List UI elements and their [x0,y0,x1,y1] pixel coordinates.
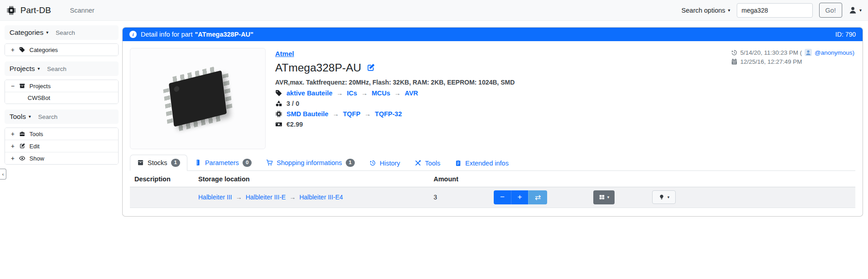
tools-dropdown[interactable]: Tools ▾ [10,113,31,121]
tools-title: Tools [10,113,26,121]
column-header-storage-location: Storage location [198,175,434,183]
last-edited-value: 5/14/20, 11:30:23 PM ( [740,49,802,56]
caret-down-icon: ▾ [29,114,31,119]
stock-adjust-button-group: − + ⇄ [494,190,547,204]
sidebar: Categories ▾ + Categories Projects ▾ − [5,25,119,170]
tab-badge: 1 [346,159,355,167]
tab-badge: 0 [243,159,252,167]
clock-rotate-left-icon [731,49,738,56]
stock-summary-line: 3 / 0 [275,100,731,107]
footprint-link[interactable]: SMD Bauteile [286,110,329,118]
search-options-label: Search options [682,7,725,14]
tab-shopping-informations[interactable]: Shopping informations 1 [259,155,362,171]
tree-item-label: Categories [29,47,58,53]
eye-icon [19,155,25,161]
part-description: AVR,max. Taktfrequenz: 20MHz, Flash: 32K… [275,79,731,86]
caret-down-icon: ▾ [38,66,40,71]
expand-icon[interactable]: + [10,142,15,150]
category-link[interactable]: aktive Bauteile [286,90,333,97]
label-dropdown-button[interactable]: ▾ [652,190,676,204]
manufacturer-link[interactable]: Atmel [275,50,294,57]
clipboard-list-icon [455,160,462,166]
tree-item-projects[interactable]: − Projects [5,80,118,92]
decrease-stock-button[interactable]: − [494,190,511,204]
column-header-description: Description [134,175,198,183]
search-input[interactable] [737,3,813,18]
tab-history[interactable]: History [362,156,407,171]
nav-item-scanner[interactable]: Scanner [70,7,95,14]
category-link[interactable]: AVR [405,90,418,97]
categories-dropdown[interactable]: Categories ▾ [10,28,48,37]
tab-tools[interactable]: Tools [407,156,448,171]
storage-location-link[interactable]: Halbleiter III-E [246,194,286,201]
clock-rotate-left-icon [369,160,376,166]
tab-extended-infos[interactable]: Extended infos [448,156,516,171]
tab-parameters[interactable]: Parameters 0 [187,155,259,171]
user-icon [849,6,857,14]
caret-down-icon: ▾ [859,8,862,13]
move-stock-button[interactable]: ⇄ [528,190,547,204]
column-header-amount: Amount [434,175,494,183]
projects-dropdown[interactable]: Projects ▾ [10,65,40,73]
tab-label: Tools [425,160,440,167]
tab-badge: 1 [171,159,180,167]
expand-icon[interactable]: + [10,46,15,53]
screwdriver-wrench-icon [415,160,421,166]
collapse-expand-icon[interactable]: − [10,82,15,90]
category-breadcrumb: aktive Bauteile → ICs → MCUs → AVR [275,90,731,97]
footprint-link[interactable]: TQFP [343,110,361,118]
price-value: €2.99 [286,121,303,128]
tab-stocks[interactable]: Stocks 1 [130,155,187,171]
chevron-left-icon: ‹ [2,171,4,177]
categories-search-input[interactable] [56,29,105,36]
footprint-link[interactable]: TQFP-32 [375,110,402,118]
tab-label: Shopping informations [277,159,342,166]
part-image[interactable] [130,48,266,149]
arrow-icon: → [333,110,339,118]
microchip-icon [275,110,282,118]
tree-item-label: Edit [29,143,39,150]
arrow-icon: → [364,110,371,118]
tree-item-show[interactable]: + Show [5,152,118,164]
expand-icon[interactable]: + [10,130,15,137]
grid-view-dropdown-button[interactable]: ▾ [593,190,615,204]
created-value: 12/25/16, 12:27:49 PM [740,58,802,65]
ruler-icon [195,159,201,166]
arrow-icon: → [361,90,367,97]
storage-location-link[interactable]: Halbleiter III [198,194,232,201]
sidebar-collapse-toggle[interactable]: ‹ [0,169,6,180]
tree-item-tools[interactable]: + Tools [5,128,118,140]
increase-stock-button[interactable]: + [511,190,528,204]
search-options-dropdown[interactable]: Search options ▾ [682,7,730,14]
category-link[interactable]: ICs [347,90,358,97]
stock-actions: − + ⇄ ▾ ▾ [494,190,852,204]
shapes-icon [275,100,282,107]
projects-search-input[interactable] [47,66,97,72]
storage-location-breadcrumb: Halbleiter III → Halbleiter III-E → Halb… [198,194,434,201]
tree-item-cwsbot[interactable]: CWSBot [5,92,118,104]
tree-item-label: CWSBot [28,95,50,101]
lightbulb-icon [658,194,665,200]
tree-item-label: Tools [29,131,43,137]
stock-summary: 3 / 0 [286,100,299,107]
go-button[interactable]: Go! [819,3,842,18]
projects-title: Projects [10,65,35,73]
toolbox-icon [19,131,25,137]
edited-by-user-link[interactable]: @anonymous) [815,49,854,56]
brand-link[interactable]: Part-DB [6,5,51,15]
category-link[interactable]: MCUs [372,90,390,97]
archive-icon [19,83,25,89]
tab-label: Parameters [205,159,239,166]
expand-icon[interactable]: + [10,155,15,162]
user-menu[interactable]: ▾ [849,6,862,14]
top-navbar: Part-DB Scanner Search options ▾ Go! ▾ [0,0,868,21]
storage-location-link[interactable]: Halbleiter III-E4 [299,194,343,201]
pencil-square-icon [19,143,25,149]
tab-label: Extended infos [465,160,509,167]
edit-part-icon[interactable] [366,63,375,72]
tools-search-input[interactable] [38,113,88,120]
stocks-table-header: Description Storage location Amount [130,171,855,187]
caret-down-icon: ▾ [668,195,670,199]
tree-item-edit[interactable]: + Edit [5,140,118,152]
tree-item-categories[interactable]: + Categories [5,44,118,56]
